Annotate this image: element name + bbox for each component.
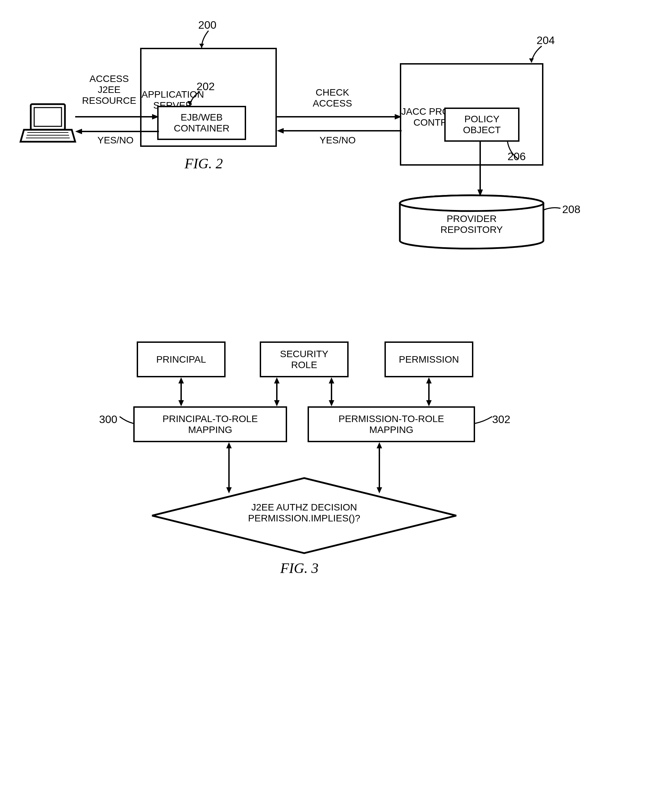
- security-role-label: SECURITY ROLE: [280, 349, 328, 371]
- svg-marker-28: [329, 377, 334, 383]
- ref-204-pointer: [530, 46, 547, 65]
- figure-3: PRINCIPAL SECURITY ROLE PERMISSION PRINC…: [14, 321, 629, 594]
- security-role-box: SECURITY ROLE: [260, 342, 349, 377]
- container-box: EJB/WEB CONTAINER: [157, 106, 246, 140]
- arrow-perm2r-diamond: [376, 442, 383, 493]
- yesno-right: YES/NO: [320, 135, 356, 146]
- ref-202: 202: [196, 80, 214, 93]
- svg-marker-25: [274, 377, 280, 383]
- svg-marker-34: [226, 442, 232, 448]
- laptop-icon: [20, 102, 75, 147]
- ref-200-pointer: [200, 31, 220, 49]
- perm2r-box: PERMISSION-TO-ROLE MAPPING: [308, 406, 475, 442]
- svg-marker-26: [274, 400, 280, 406]
- policy-box: POLICY OBJECT: [444, 108, 519, 142]
- ref-302: 302: [492, 413, 510, 426]
- arrow-p2r-diamond: [225, 442, 233, 493]
- svg-marker-7: [529, 58, 534, 63]
- svg-marker-29: [329, 400, 334, 406]
- fig2-caption: FIG. 2: [185, 156, 223, 172]
- svg-marker-13: [75, 129, 82, 134]
- svg-marker-31: [426, 377, 432, 383]
- permission-box: PERMISSION: [384, 342, 473, 377]
- ref-202-pointer: [188, 92, 202, 107]
- svg-marker-11: [152, 114, 159, 119]
- yesno-left: YES/NO: [97, 135, 134, 146]
- principal-box: PRINCIPAL: [137, 342, 225, 377]
- repo-label: PROVIDER REPOSITORY: [398, 214, 545, 235]
- ref-204: 204: [537, 34, 555, 47]
- arrow-permission-perm2r: [426, 377, 432, 406]
- p2r-label: PRINCIPAL-TO-ROLE MAPPING: [162, 414, 258, 435]
- decision-label: J2EE AUTHZ DECISION PERMISSION.IMPLIES()…: [150, 502, 458, 524]
- svg-marker-17: [277, 128, 284, 133]
- svg-marker-37: [377, 442, 382, 448]
- svg-marker-5: [199, 44, 204, 48]
- permission-label: PERMISSION: [399, 354, 459, 365]
- svg-marker-38: [377, 487, 382, 493]
- arrow-jacc-to-container: [277, 127, 401, 134]
- arrow-container-to-jacc: [277, 113, 401, 120]
- fig3-caption: FIG. 3: [280, 560, 318, 576]
- svg-marker-15: [395, 114, 401, 119]
- svg-marker-22: [178, 377, 184, 383]
- principal-label: PRINCIPAL: [156, 354, 206, 365]
- policy-label: POLICY OBJECT: [463, 114, 501, 136]
- ref-206-pointer: [508, 142, 528, 159]
- svg-marker-23: [178, 400, 184, 406]
- ref-200: 200: [198, 19, 216, 31]
- arrow-laptop-to-container: [75, 113, 159, 120]
- arrow-secrole-perm2r: [328, 377, 335, 406]
- figure-2: APPLICATION SERVER EJB/WEB CONTAINER 200…: [14, 14, 629, 253]
- ref-208-pointer: [543, 205, 564, 215]
- ref-302-pointer: [475, 417, 492, 427]
- arrow-secrole-p2r: [273, 377, 280, 406]
- svg-marker-6: [187, 101, 192, 105]
- ref-300-pointer: [119, 417, 135, 427]
- arrow-container-to-laptop: [75, 128, 159, 135]
- svg-marker-35: [226, 487, 232, 493]
- check-access-label: CHECK ACCESS: [313, 87, 352, 109]
- arrow-principal-p2r: [178, 377, 185, 406]
- svg-point-9: [400, 195, 543, 211]
- arrow-policy-to-repo: [477, 142, 484, 196]
- svg-marker-19: [478, 189, 483, 196]
- svg-rect-1: [34, 108, 61, 126]
- ref-300: 300: [99, 413, 117, 426]
- perm2r-label: PERMISSION-TO-ROLE MAPPING: [338, 414, 444, 435]
- ref-208: 208: [562, 203, 580, 216]
- container-label: EJB/WEB CONTAINER: [174, 112, 230, 134]
- svg-marker-32: [426, 400, 432, 406]
- access-label: ACCESS J2EE RESOURCE: [82, 73, 136, 106]
- p2r-box: PRINCIPAL-TO-ROLE MAPPING: [133, 406, 287, 442]
